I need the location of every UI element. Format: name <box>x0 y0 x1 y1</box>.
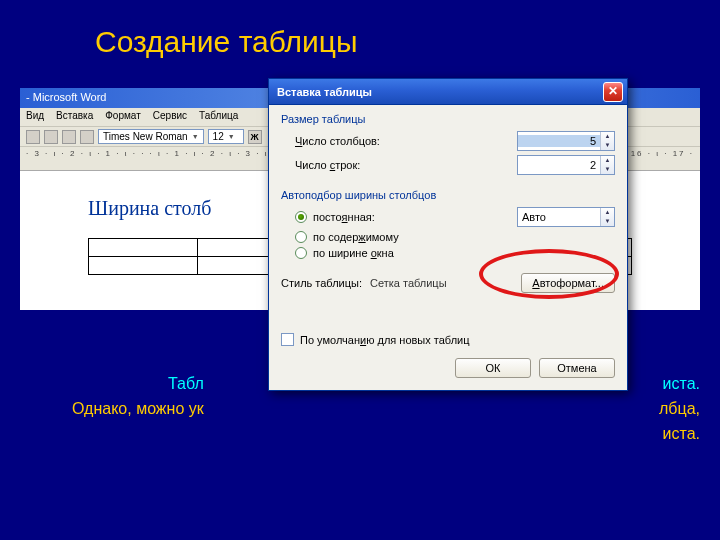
bold-icon[interactable]: Ж <box>248 130 262 144</box>
radio-fixed[interactable] <box>295 211 307 223</box>
spin-buttons[interactable]: ▲▼ <box>600 156 614 174</box>
slide-title: Создание таблицы <box>95 25 358 59</box>
toolbar-icon[interactable] <box>80 130 94 144</box>
row-columns: Число столбцов: 5 ▲▼ <box>295 131 615 151</box>
text-fragment: иста. <box>663 425 700 443</box>
font-size: 12 <box>213 131 224 142</box>
row-window: по ширине окна <box>295 247 615 259</box>
row-content: по содержимому <box>295 231 615 243</box>
close-icon[interactable]: ✕ <box>603 82 623 102</box>
default-checkbox-label: По умолчанию для новых таблиц <box>300 334 470 346</box>
dialog-titlebar[interactable]: Вставка таблицы ✕ <box>269 79 627 105</box>
columns-spinbox[interactable]: 5 ▲▼ <box>517 131 615 151</box>
dropdown-icon: ▼ <box>228 133 235 140</box>
body-line-3: иста. <box>20 425 700 443</box>
width-value: Авто <box>518 211 600 223</box>
radio-content-label: по содержимому <box>313 231 399 243</box>
toolbar-icon[interactable] <box>44 130 58 144</box>
autoformat-button[interactable]: Автоформат... <box>521 273 615 293</box>
row-style: Стиль таблицы: Сетка таблицы Автоформат.… <box>281 273 615 293</box>
ruler-left: · 3 · ι · 2 · ι · 1 · ι · · · ι · 1 · ι … <box>26 149 288 158</box>
group-autofit: Автоподбор ширины столбцов <box>281 189 615 201</box>
cancel-button[interactable]: Отмена <box>539 358 615 378</box>
insert-table-dialog: Вставка таблицы ✕ Размер таблицы Число с… <box>268 78 628 391</box>
toolbar-icon[interactable] <box>26 130 40 144</box>
text-fragment: Однако, можно ук <box>72 400 204 417</box>
row-fixed: постоянная: Авто ▲▼ <box>295 207 615 227</box>
text-fragment: Табл <box>168 375 204 392</box>
group-size: Размер таблицы <box>281 113 615 125</box>
spin-buttons[interactable]: ▲▼ <box>600 132 614 150</box>
body-line-2: Однако, можно ук лбца, <box>20 400 700 418</box>
style-value: Сетка таблицы <box>370 277 513 289</box>
row-rows: Число строк: 2 ▲▼ <box>295 155 615 175</box>
rows-value: 2 <box>518 159 600 171</box>
radio-content[interactable] <box>295 231 307 243</box>
text-fragment: иста. <box>663 375 700 393</box>
menu-table[interactable]: Таблица <box>199 110 238 124</box>
text-fragment: лбца, <box>659 400 700 418</box>
menu-view[interactable]: Вид <box>26 110 44 124</box>
font-selector[interactable]: Times New Roman ▼ <box>98 129 204 144</box>
columns-value: 5 <box>518 135 600 147</box>
radio-window-label: по ширине окна <box>313 247 394 259</box>
dialog-title: Вставка таблицы <box>277 86 372 98</box>
row-default-check: По умолчанию для новых таблиц <box>281 333 615 346</box>
dropdown-icon: ▼ <box>192 133 199 140</box>
menu-format[interactable]: Формат <box>105 110 141 124</box>
rows-spinbox[interactable]: 2 ▲▼ <box>517 155 615 175</box>
radio-window[interactable] <box>295 247 307 259</box>
menu-insert[interactable]: Вставка <box>56 110 93 124</box>
font-name: Times New Roman <box>103 131 188 142</box>
toolbar-icon[interactable] <box>62 130 76 144</box>
rows-label: Число строк: <box>295 159 517 171</box>
style-label: Стиль таблицы: <box>281 277 362 289</box>
width-spinbox[interactable]: Авто ▲▼ <box>517 207 615 227</box>
ok-button[interactable]: ОК <box>455 358 531 378</box>
default-checkbox[interactable] <box>281 333 294 346</box>
radio-fixed-label: постоянная: <box>313 211 375 223</box>
columns-label: Число столбцов: <box>295 135 517 147</box>
menu-service[interactable]: Сервис <box>153 110 187 124</box>
dialog-buttons: ОК Отмена <box>281 358 615 378</box>
font-size-selector[interactable]: 12 ▼ <box>208 129 244 144</box>
spin-buttons[interactable]: ▲▼ <box>600 208 614 226</box>
